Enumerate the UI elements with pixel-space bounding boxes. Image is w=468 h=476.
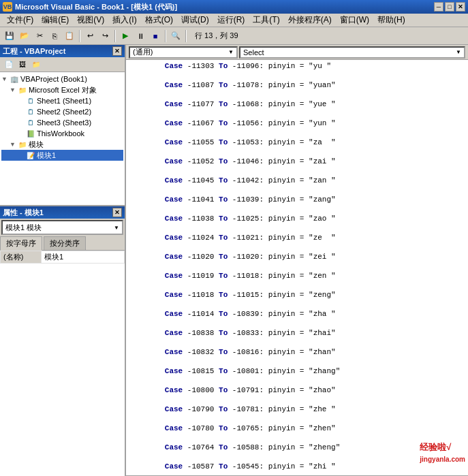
toggle-folder-btn[interactable]: 📁 <box>30 59 42 71</box>
props-content: (名称) 模块1 <box>0 251 125 476</box>
minimize-button[interactable]: ─ <box>434 2 443 12</box>
code-object-value: (通用) <box>133 47 153 57</box>
module1-icon: 📝 <box>26 150 35 160</box>
watermark-site: jingyanla.com <box>420 456 465 463</box>
code-line-20: Case -10780 To -10765: pinyin = "zhen" <box>129 424 465 433</box>
props-close-btn[interactable]: ✕ <box>112 208 122 217</box>
menu-help[interactable]: 帮助(H) <box>373 14 409 27</box>
menu-format[interactable]: 格式(O) <box>141 14 177 27</box>
props-name-label: (名称) <box>1 251 42 264</box>
tree-label-workbook: ThisWorkbook <box>37 129 84 138</box>
toolbar-stop-btn[interactable]: ■ <box>149 29 162 43</box>
code-line-19: Case -10790 To -10781: pinyin = "zhe " <box>129 404 465 414</box>
modules-folder-icon: 📁 <box>18 140 27 149</box>
tree-excel-objects-folder[interactable]: ▼ 📁 Microsoft Excel 对象 <box>1 84 123 95</box>
props-title-bar: 属性 - 模块1 ✕ <box>0 206 125 219</box>
code-panel: (通用) ▼ Select ▼ Case -11303 To -11096: p… <box>126 45 468 476</box>
toolbar-run-btn[interactable]: ▶ <box>119 29 132 43</box>
toolbar: 💾 📂 ✂ ⎘ 📋 ↩ ↪ ▶ ⏸ ■ 🔍 行 13，列 39 <box>0 27 468 45</box>
props-tab-alpha[interactable]: 按字母序 <box>0 236 42 251</box>
props-name-value[interactable]: 模块1 <box>42 251 125 264</box>
excel-icon: 🏢 <box>10 74 19 84</box>
code-line-13: Case -11018 To -11015: pinyin = "zeng" <box>129 290 465 300</box>
tree-label-module1: 模块1 <box>37 150 56 161</box>
props-dropdown-arrow: ▼ <box>114 225 119 231</box>
tree-modules-folder[interactable]: ▼ 📁 模块 <box>1 139 123 150</box>
code-proc-dropdown[interactable]: Select ▼ <box>239 46 465 59</box>
code-line-5: Case -11055 To -11053: pinyin = "za " <box>129 138 465 147</box>
code-line-8: Case -11041 To -11039: pinyin = "zang" <box>129 195 465 204</box>
maximize-button[interactable]: □ <box>445 2 454 12</box>
toolbar-pause-btn[interactable]: ⏸ <box>134 29 147 43</box>
tree-vbaproject[interactable]: ▼ 🏢 VBAProject (Book1) <box>1 74 123 84</box>
code-line-17: Case -10815 To -10801: pinyin = "zhang" <box>129 366 465 376</box>
code-proc-arrow: ▼ <box>456 49 461 55</box>
watermark-text: 经验啦√ <box>420 442 451 452</box>
code-line-22: Case -10587 To -10545: pinyin = "zhi " <box>129 462 465 471</box>
tree-sheet3[interactable]: 🗒 Sheet3 (Sheet3) <box>1 117 123 128</box>
window-controls: ─ □ ✕ <box>434 2 465 12</box>
toolbar-find-btn[interactable]: 🔍 <box>169 29 183 43</box>
code-line-9: Case -11038 To -11025: pinyin = "zao " <box>129 214 465 223</box>
code-line-6: Case -11052 To -11046: pinyin = "zai " <box>129 157 465 166</box>
code-object-arrow: ▼ <box>228 49 234 55</box>
menu-tools[interactable]: 工具(T) <box>249 14 283 27</box>
toolbar-open-btn[interactable]: 📂 <box>18 29 31 43</box>
project-toolbar: 📄 🖼 📁 <box>0 57 125 72</box>
sheet1-icon: 🗒 <box>26 96 35 106</box>
toolbar-copy-btn[interactable]: ⎘ <box>48 29 61 43</box>
code-object-dropdown[interactable]: (通用) ▼ <box>129 46 238 59</box>
project-title-bar: 工程 - VBAProject ✕ <box>0 45 125 57</box>
close-button[interactable]: ✕ <box>456 2 465 12</box>
code-line-10: Case -11024 To -11021: pinyin = "ze " <box>129 233 465 242</box>
tree-label-sheet1: Sheet1 (Sheet1) <box>37 97 91 105</box>
folder-icon: 📁 <box>18 85 27 95</box>
expand-excel-objects: ▼ <box>10 86 18 93</box>
code-line-14: Case -11014 To -10839: pinyin = "zha " <box>129 309 465 319</box>
tree-label-modules: 模块 <box>29 140 44 150</box>
code-line-3: Case -11077 To -11068: pinyin = "yue " <box>129 99 465 109</box>
menu-addins[interactable]: 外接程序(A) <box>284 14 336 27</box>
props-tab-category[interactable]: 按分类序 <box>44 236 86 250</box>
sheet2-icon: 🗒 <box>26 107 35 116</box>
tree-sheet1[interactable]: 🗒 Sheet1 (Sheet1) <box>1 95 123 106</box>
project-close-btn[interactable]: ✕ <box>112 46 122 56</box>
toolbar-save-btn[interactable]: 💾 <box>3 29 16 43</box>
code-line-7: Case -11045 To -11042: pinyin = "zan " <box>129 176 465 185</box>
code-line-18: Case -10800 To -10791: pinyin = "zhao" <box>129 385 465 395</box>
tree-thisworkbook[interactable]: 📗 ThisWorkbook <box>1 128 123 139</box>
menu-run[interactable]: 运行(R) <box>213 14 249 27</box>
menu-debug[interactable]: 调试(D) <box>177 14 213 27</box>
toolbar-cut-btn[interactable]: ✂ <box>33 29 46 43</box>
view-object-btn[interactable]: 🖼 <box>16 59 29 71</box>
expand-modules: ▼ <box>10 141 18 148</box>
props-table: (名称) 模块1 <box>0 251 125 264</box>
menu-file[interactable]: 文件(F) <box>3 14 37 27</box>
toolbar-undo-btn[interactable]: ↩ <box>83 29 97 43</box>
toolbar-paste-btn[interactable]: 📋 <box>63 29 76 43</box>
cursor-position: 行 13，列 39 <box>195 31 238 41</box>
toolbar-sep2 <box>114 30 116 42</box>
tree-label-vbaproject: VBAProject (Book1) <box>20 75 87 83</box>
tree-sheet2[interactable]: 🗒 Sheet2 (Sheet2) <box>1 106 123 117</box>
view-code-btn[interactable]: 📄 <box>3 59 15 71</box>
project-tree: ▼ 🏢 VBAProject (Book1) ▼ 📁 Microsoft Exc… <box>0 72 125 205</box>
title-text: Microsoft Visual Basic - Book1 - [模块1 (代… <box>15 2 434 12</box>
code-proc-value: Select <box>243 48 264 57</box>
workbook-icon: 📗 <box>26 129 35 138</box>
code-toolbar: (通用) ▼ Select ▼ <box>126 45 468 60</box>
toolbar-redo-btn[interactable]: ↪ <box>98 29 112 43</box>
menu-insert[interactable]: 插入(I) <box>108 14 140 27</box>
tree-label-sheet3: Sheet3 (Sheet3) <box>37 118 91 127</box>
menu-window[interactable]: 窗口(W) <box>336 14 373 27</box>
props-row-name: (名称) 模块1 <box>1 251 125 264</box>
props-object-dropdown[interactable]: 模块1 模块 ▼ <box>1 220 123 235</box>
menu-edit[interactable]: 编辑(E) <box>37 14 73 27</box>
code-line-11: Case -11020 To -11020: pinyin = "zei " <box>129 252 465 261</box>
code-line-15: Case -10838 To -10833: pinyin = "zhai" <box>129 328 465 338</box>
project-panel: 工程 - VBAProject ✕ 📄 🖼 📁 ▼ 🏢 VBAProject (… <box>0 45 125 206</box>
tree-module1[interactable]: 📝 模块1 <box>1 150 123 161</box>
menu-view[interactable]: 视图(V) <box>73 14 108 27</box>
code-area[interactable]: Case -11303 To -11096: pinyin = "yu " Ca… <box>126 60 468 475</box>
code-line-12: Case -11019 To -11018: pinyin = "zen " <box>129 271 465 281</box>
